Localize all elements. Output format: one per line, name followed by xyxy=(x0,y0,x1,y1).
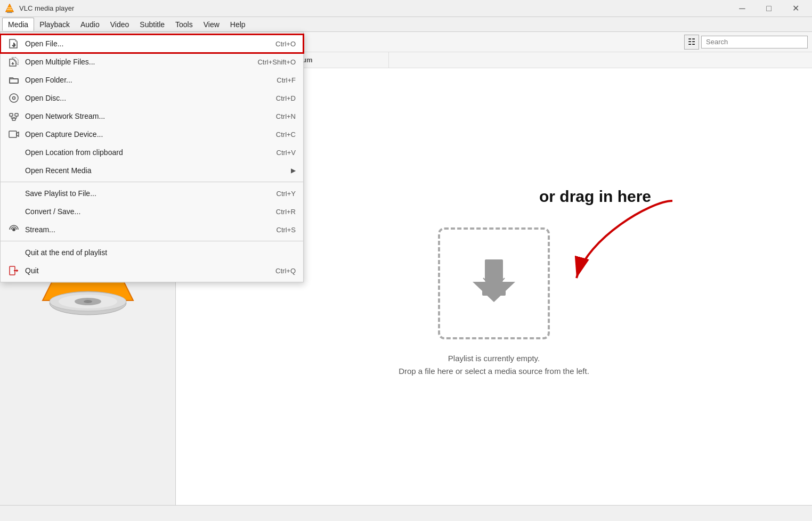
quit-label: Quit xyxy=(25,266,270,275)
menu-item-open-file[interactable]: Open File... Ctrl+O xyxy=(1,35,303,53)
menu-item-open-disc[interactable]: Open Disc... Ctrl+D xyxy=(1,89,303,107)
open-capture-label: Open Capture Device... xyxy=(25,130,271,139)
maximize-button[interactable]: □ xyxy=(757,0,781,17)
menu-item-stream[interactable]: Stream... Ctrl+S xyxy=(1,221,303,239)
menu-video[interactable]: Video xyxy=(105,18,135,31)
stream-shortcut: Ctrl+S xyxy=(277,226,296,234)
open-folder-label: Open Folder... xyxy=(25,76,271,84)
menu-playback[interactable]: Playback xyxy=(34,18,75,31)
svg-marker-16 xyxy=(473,282,515,302)
open-network-shortcut: Ctrl+N xyxy=(276,112,296,120)
svg-point-11 xyxy=(84,300,92,303)
menu-item-quit-end[interactable]: Quit at the end of playlist xyxy=(1,243,303,262)
convert-label: Convert / Save... xyxy=(25,207,271,216)
open-network-label: Open Network Stream... xyxy=(25,112,271,120)
menu-view[interactable]: View xyxy=(198,18,225,31)
svg-point-31 xyxy=(13,97,15,100)
open-multiple-label: Open Multiple Files... xyxy=(25,58,252,66)
open-network-icon xyxy=(8,110,20,122)
svg-rect-1 xyxy=(7,12,12,13)
close-button[interactable]: ✕ xyxy=(783,0,808,17)
menu-subtitle[interactable]: Subtitle xyxy=(134,18,170,31)
svg-rect-39 xyxy=(9,131,17,137)
menu-separator-2 xyxy=(1,241,303,241)
open-recent-icon xyxy=(8,165,20,176)
menu-item-open-capture[interactable]: Open Capture Device... Ctrl+C xyxy=(1,125,303,143)
menu-media[interactable]: Media xyxy=(2,18,34,31)
drag-arrow-svg xyxy=(534,196,683,291)
stream-label: Stream... xyxy=(25,225,271,234)
svg-point-41 xyxy=(12,228,15,231)
open-folder-icon xyxy=(8,74,20,86)
title-bar: VLC media player ─ □ ✕ xyxy=(0,0,812,17)
open-location-icon xyxy=(8,146,20,158)
menu-item-save-playlist[interactable]: Save Playlist to File... Ctrl+Y xyxy=(1,184,303,202)
menu-audio[interactable]: Audio xyxy=(75,18,105,31)
save-playlist-label: Save Playlist to File... xyxy=(25,189,271,198)
svg-rect-33 xyxy=(15,113,18,116)
save-playlist-icon xyxy=(8,188,20,199)
menu-help[interactable]: Help xyxy=(225,18,251,31)
open-file-shortcut: Ctrl+O xyxy=(275,40,296,48)
open-disc-label: Open Disc... xyxy=(25,94,271,102)
playlist-empty-text: Playlist is currently empty. Drop a file… xyxy=(399,352,589,378)
menu-separator-1 xyxy=(1,182,303,182)
drag-drop-box[interactable] xyxy=(438,227,550,339)
menu-item-open-multiple[interactable]: Open Multiple Files... Ctrl+Shift+O xyxy=(1,53,303,71)
download-arrow-icon xyxy=(465,254,523,313)
stream-icon xyxy=(8,224,20,235)
open-location-shortcut: Ctrl+V xyxy=(277,149,296,157)
media-dropdown-overlay: Open File... Ctrl+O Open Multiple Files.… xyxy=(0,32,304,282)
convert-icon xyxy=(8,206,20,217)
svg-rect-15 xyxy=(485,259,503,282)
quit-icon xyxy=(8,265,20,276)
svg-point-30 xyxy=(10,94,18,102)
quit-end-label: Quit at the end of playlist xyxy=(25,248,290,257)
convert-shortcut: Ctrl+R xyxy=(276,208,296,216)
app-title: VLC media player xyxy=(19,4,730,12)
media-dropdown-menu: Open File... Ctrl+O Open Multiple Files.… xyxy=(0,32,304,282)
app-icon xyxy=(4,3,15,14)
status-bar xyxy=(0,505,812,521)
menu-item-open-network[interactable]: Open Network Stream... Ctrl+N xyxy=(1,107,303,125)
open-recent-label: Open Recent Media xyxy=(25,166,286,175)
menu-item-convert[interactable]: Convert / Save... Ctrl+R xyxy=(1,202,303,221)
open-capture-shortcut: Ctrl+C xyxy=(276,131,296,139)
open-recent-arrow: ▶ xyxy=(291,167,296,174)
svg-marker-23 xyxy=(12,45,16,47)
quit-end-icon xyxy=(8,247,20,258)
open-file-label: Open File... xyxy=(25,39,270,48)
search-input[interactable] xyxy=(701,36,808,48)
open-folder-shortcut: Ctrl+F xyxy=(277,76,296,84)
svg-marker-44 xyxy=(17,269,18,272)
menu-item-open-recent[interactable]: Open Recent Media ▶ xyxy=(1,161,303,180)
open-disc-shortcut: Ctrl+D xyxy=(276,94,296,102)
save-playlist-shortcut: Ctrl+Y xyxy=(277,190,296,198)
open-file-icon xyxy=(8,38,20,50)
window-controls: ─ □ ✕ xyxy=(730,0,808,17)
open-location-label: Open Location from clipboard xyxy=(25,148,271,157)
playlist-view-button[interactable]: ☷ xyxy=(684,35,699,50)
open-disc-icon xyxy=(8,92,20,104)
svg-rect-32 xyxy=(10,113,13,116)
menu-bar: Media Playback Audio Video Subtitle Tool… xyxy=(0,17,812,32)
svg-marker-28 xyxy=(11,63,14,65)
svg-marker-40 xyxy=(17,132,19,136)
minimize-button[interactable]: ─ xyxy=(730,0,754,17)
search-bar: ☷ xyxy=(684,35,808,50)
open-capture-icon xyxy=(8,128,20,140)
menu-item-quit[interactable]: Quit Ctrl+Q xyxy=(1,262,303,280)
drag-arrow-container xyxy=(534,196,683,293)
svg-rect-29 xyxy=(10,79,18,83)
menu-tools[interactable]: Tools xyxy=(170,18,198,31)
quit-shortcut: Ctrl+Q xyxy=(275,267,296,275)
open-multiple-shortcut: Ctrl+Shift+O xyxy=(257,58,296,66)
menu-item-open-folder[interactable]: Open Folder... Ctrl+F xyxy=(1,71,303,89)
open-multiple-icon xyxy=(8,56,20,68)
drag-text: or drag in here xyxy=(539,188,651,206)
menu-item-open-location[interactable]: Open Location from clipboard Ctrl+V xyxy=(1,143,303,161)
